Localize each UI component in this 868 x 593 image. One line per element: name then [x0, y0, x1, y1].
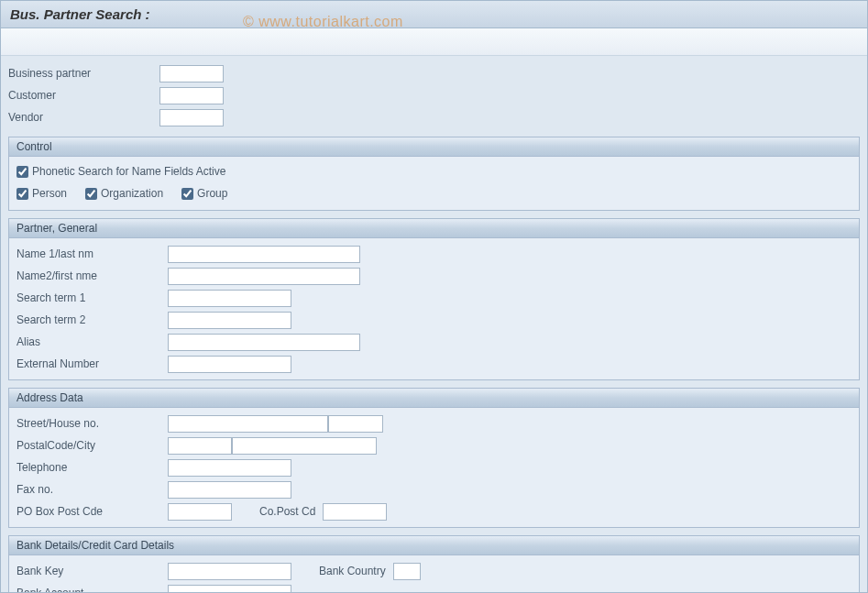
section-bank-details-body: Bank Key Bank Country Bank Account: [9, 555, 859, 592]
pobox-input[interactable]: [168, 503, 232, 521]
group-label: Group: [197, 187, 227, 200]
name2-label: Name2/first nme: [16, 269, 168, 282]
business-partner-input[interactable]: [159, 65, 224, 82]
section-bank-details-header: Bank Details/Credit Card Details: [9, 536, 859, 555]
bankkey-input[interactable]: [168, 563, 291, 580]
checkbox-row-types: Person Organization Group: [16, 184, 852, 203]
bankcountry-input[interactable]: [393, 563, 421, 580]
field-row-telephone: Telephone: [16, 457, 852, 478]
searchterm2-label: Search term 2: [16, 313, 168, 326]
group-item: Group: [181, 187, 227, 200]
name2-input[interactable]: [168, 268, 360, 285]
postalcity-label: PostalCode/City: [16, 439, 168, 452]
field-row-name1: Name 1/last nm: [16, 244, 852, 264]
vendor-input[interactable]: [159, 109, 224, 126]
organization-label: Organization: [101, 187, 163, 200]
externalnumber-label: External Number: [16, 357, 168, 370]
field-row-customer: Customer: [8, 85, 860, 105]
toolbar: [1, 28, 867, 56]
person-checkbox[interactable]: [16, 188, 28, 200]
pobox-label: PO Box Post Cde: [16, 505, 168, 518]
alias-label: Alias: [16, 335, 168, 348]
street-input[interactable]: [168, 415, 328, 433]
bankaccount-label: Bank Account: [16, 587, 168, 592]
copost-label: Co.Post Cd: [259, 505, 315, 518]
copost-input[interactable]: [323, 503, 387, 521]
field-row-alias: Alias: [16, 332, 852, 352]
field-row-postalcity: PostalCode/City: [16, 435, 852, 456]
page-title: Bus. Partner Search :: [10, 6, 150, 22]
section-control: Control Phonetic Search for Name Fields …: [8, 137, 860, 211]
telephone-label: Telephone: [16, 461, 168, 474]
externalnumber-input[interactable]: [168, 356, 291, 373]
group-checkbox[interactable]: [181, 188, 193, 200]
houseno-input[interactable]: [328, 415, 383, 433]
field-row-name2: Name2/first nme: [16, 266, 852, 286]
searchterm2-input[interactable]: [168, 312, 291, 329]
field-row-vendor: Vendor: [8, 107, 860, 127]
section-control-body: Phonetic Search for Name Fields Active P…: [9, 157, 859, 210]
bankcountry-label: Bank Country: [319, 565, 386, 577]
street-label: Street/House no.: [16, 417, 168, 430]
phonetic-search-label: Phonetic Search for Name Fields Active: [32, 165, 225, 178]
section-control-header: Control: [9, 137, 859, 157]
section-partner-general-body: Name 1/last nm Name2/first nme Search te…: [9, 238, 859, 379]
alias-input[interactable]: [168, 334, 360, 351]
customer-input[interactable]: [159, 87, 224, 104]
field-row-externalnumber: External Number: [16, 354, 852, 374]
person-item: Person: [16, 187, 67, 200]
name1-input[interactable]: [168, 246, 360, 263]
telephone-input[interactable]: [168, 459, 291, 477]
field-row-fax: Fax no.: [16, 479, 852, 500]
bankkey-label: Bank Key: [16, 565, 168, 577]
fax-input[interactable]: [168, 481, 291, 499]
section-bank-details: Bank Details/Credit Card Details Bank Ke…: [8, 535, 860, 592]
fax-label: Fax no.: [16, 483, 168, 496]
section-address-data-body: Street/House no. PostalCode/City Telepho…: [9, 408, 859, 527]
postalcode-input[interactable]: [168, 437, 232, 455]
section-partner-general-header: Partner, General: [9, 219, 859, 238]
searchterm1-label: Search term 1: [16, 291, 168, 304]
header-bar: Bus. Partner Search :: [1, 1, 867, 28]
app-window: Bus. Partner Search : © www.tutorialkart…: [0, 0, 868, 593]
checkbox-row-phonetic: Phonetic Search for Name Fields Active: [16, 162, 852, 181]
vendor-label: Vendor: [8, 111, 159, 124]
searchterm1-input[interactable]: [168, 290, 291, 307]
customer-label: Customer: [8, 89, 159, 102]
field-row-street: Street/House no.: [16, 413, 852, 434]
section-partner-general: Partner, General Name 1/last nm Name2/fi…: [8, 218, 860, 380]
phonetic-search-item: Phonetic Search for Name Fields Active: [16, 165, 225, 178]
city-input[interactable]: [232, 437, 377, 455]
bankaccount-input[interactable]: [168, 585, 291, 593]
field-row-bankaccount: Bank Account: [16, 583, 852, 592]
content-area: Business partner Customer Vendor Control…: [1, 56, 867, 592]
name1-label: Name 1/last nm: [16, 247, 168, 260]
organization-checkbox[interactable]: [85, 188, 97, 200]
field-row-searchterm1: Search term 1: [16, 288, 852, 308]
field-row-searchterm2: Search term 2: [16, 310, 852, 330]
section-address-data: Address Data Street/House no. PostalCode…: [8, 388, 860, 528]
organization-item: Organization: [85, 187, 163, 200]
field-row-business-partner: Business partner: [8, 63, 860, 83]
field-row-pobox: PO Box Post Cde Co.Post Cd: [16, 501, 852, 522]
top-fields-block: Business partner Customer Vendor: [8, 63, 860, 127]
person-label: Person: [32, 187, 67, 200]
business-partner-label: Business partner: [8, 67, 159, 80]
section-address-data-header: Address Data: [9, 389, 859, 408]
phonetic-search-checkbox[interactable]: [16, 166, 28, 178]
field-row-bankkey: Bank Key Bank Country: [16, 561, 852, 581]
